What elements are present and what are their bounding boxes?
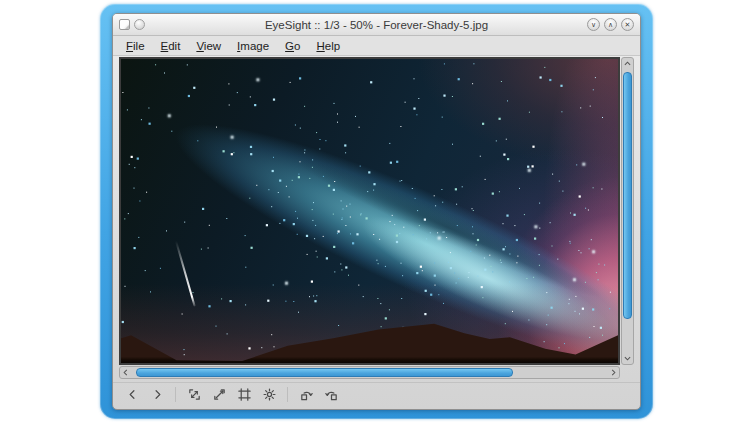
menu-view[interactable]: View [188, 39, 229, 53]
horizontal-scroll-thumb[interactable] [136, 368, 513, 377]
menu-file[interactable]: File [118, 39, 153, 53]
close-button[interactable]: ✕ [621, 18, 634, 31]
menu-edit[interactable]: Edit [153, 39, 189, 53]
vertical-scroll-thumb[interactable] [623, 72, 632, 319]
window-title: EyeSight :: 1/3 - 50% - Forever-Shady-5.… [113, 19, 640, 31]
chevron-right-icon [150, 387, 165, 402]
rotate-left-icon [299, 387, 314, 402]
rotate-right-icon [324, 387, 339, 402]
menu-help[interactable]: Help [308, 39, 348, 53]
vertical-scrollbar[interactable] [621, 57, 634, 365]
scroll-up-arrow[interactable] [622, 58, 633, 69]
scrollbar-corner [621, 366, 634, 379]
image-viewport[interactable] [119, 57, 620, 365]
mountain-silhouette [121, 59, 618, 363]
minimize-button[interactable]: ∨ [587, 18, 600, 31]
eyesight-window: EyeSight :: 1/3 - 50% - Forever-Shady-5.… [112, 13, 641, 410]
zoom-in-button[interactable] [182, 385, 206, 404]
zoom-out-button[interactable] [207, 385, 231, 404]
previous-image-button[interactable] [120, 385, 144, 404]
scroll-area [119, 57, 634, 379]
horizontal-scrollbar[interactable] [119, 366, 620, 379]
maximize-button[interactable]: ∧ [604, 18, 617, 31]
titlebar[interactable]: EyeSight :: 1/3 - 50% - Forever-Shady-5.… [113, 14, 640, 36]
menu-image[interactable]: Image [229, 39, 277, 53]
menubar: File Edit View Image Go Help [113, 36, 640, 56]
vertical-scroll-track[interactable] [622, 69, 633, 353]
screenshot-blue-frame: EyeSight :: 1/3 - 50% - Forever-Shady-5.… [100, 4, 653, 419]
expand-diagonal-icon [187, 387, 202, 402]
shrink-diagonal-icon [212, 387, 227, 402]
scroll-left-arrow[interactable] [120, 367, 131, 378]
next-image-button[interactable] [145, 385, 169, 404]
starburst-icon [262, 387, 277, 402]
keep-above-icon[interactable] [134, 19, 145, 30]
horizontal-scroll-track[interactable] [131, 367, 608, 378]
toolbar [113, 382, 640, 405]
app-menu-icon[interactable] [119, 19, 130, 30]
actual-size-button[interactable] [257, 385, 281, 404]
rotate-right-button[interactable] [319, 385, 343, 404]
scroll-down-arrow[interactable] [622, 353, 633, 364]
toolbar-separator [175, 387, 176, 402]
fit-to-window-button[interactable] [232, 385, 256, 404]
scroll-right-arrow[interactable] [608, 367, 619, 378]
menu-go[interactable]: Go [277, 39, 308, 53]
chevron-left-icon [125, 387, 140, 402]
rotate-left-button[interactable] [294, 385, 318, 404]
toolbar-separator [287, 387, 288, 402]
frame-icon [237, 387, 252, 402]
